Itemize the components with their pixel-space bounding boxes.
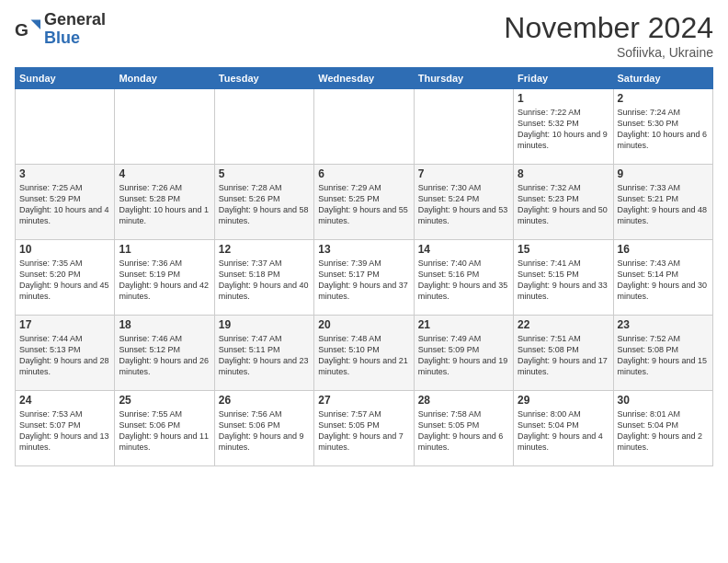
day-info: Sunrise: 7:26 AM Sunset: 5:28 PM Dayligh…	[119, 182, 210, 227]
table-row: 17Sunrise: 7:44 AM Sunset: 5:13 PM Dayli…	[16, 316, 115, 391]
day-info: Sunrise: 7:33 AM Sunset: 5:21 PM Dayligh…	[618, 182, 709, 227]
day-info: Sunrise: 7:49 AM Sunset: 5:09 PM Dayligh…	[418, 333, 509, 378]
day-number: 9	[618, 167, 709, 180]
table-row: 11Sunrise: 7:36 AM Sunset: 5:19 PM Dayli…	[115, 240, 214, 316]
day-number: 18	[119, 318, 210, 331]
day-info: Sunrise: 7:53 AM Sunset: 5:07 PM Dayligh…	[19, 408, 110, 454]
table-row: 7Sunrise: 7:30 AM Sunset: 5:24 PM Daylig…	[414, 165, 513, 240]
day-info: Sunrise: 7:58 AM Sunset: 5:05 PM Dayligh…	[418, 408, 509, 454]
day-info: Sunrise: 7:46 AM Sunset: 5:12 PM Dayligh…	[119, 333, 210, 378]
day-info: Sunrise: 8:00 AM Sunset: 5:04 PM Dayligh…	[518, 408, 609, 454]
col-saturday: Saturday	[613, 68, 712, 89]
table-row: 26Sunrise: 7:56 AM Sunset: 5:06 PM Dayli…	[214, 391, 313, 466]
day-info: Sunrise: 7:39 AM Sunset: 5:17 PM Dayligh…	[318, 258, 409, 303]
location: Sofiivka, Ukraine	[504, 45, 713, 60]
day-number: 13	[318, 243, 409, 256]
day-number: 10	[19, 243, 110, 256]
day-number: 2	[618, 92, 709, 105]
day-number: 19	[219, 318, 310, 331]
day-number: 20	[318, 318, 409, 331]
table-row: 6Sunrise: 7:29 AM Sunset: 5:25 PM Daylig…	[314, 165, 414, 240]
day-number: 12	[219, 243, 310, 256]
day-number: 29	[518, 394, 609, 407]
day-info: Sunrise: 7:51 AM Sunset: 5:08 PM Dayligh…	[518, 333, 609, 378]
table-row: 5Sunrise: 7:28 AM Sunset: 5:26 PM Daylig…	[214, 165, 313, 240]
day-info: Sunrise: 7:36 AM Sunset: 5:19 PM Dayligh…	[119, 258, 210, 303]
table-row: 13Sunrise: 7:39 AM Sunset: 5:17 PM Dayli…	[314, 240, 414, 316]
day-info: Sunrise: 7:48 AM Sunset: 5:10 PM Dayligh…	[318, 333, 409, 378]
day-number: 27	[318, 394, 409, 407]
col-wednesday: Wednesday	[314, 68, 414, 89]
day-number: 17	[19, 318, 110, 331]
page: G General Blue November 2024 Sofiivka, U…	[0, 0, 728, 563]
table-row: 19Sunrise: 7:47 AM Sunset: 5:11 PM Dayli…	[214, 316, 313, 391]
table-row	[115, 89, 214, 165]
day-info: Sunrise: 7:25 AM Sunset: 5:29 PM Dayligh…	[19, 182, 110, 227]
col-sunday: Sunday	[16, 68, 115, 89]
table-row: 16Sunrise: 7:43 AM Sunset: 5:14 PM Dayli…	[613, 240, 712, 316]
table-row: 24Sunrise: 7:53 AM Sunset: 5:07 PM Dayli…	[16, 391, 115, 466]
table-row: 27Sunrise: 7:57 AM Sunset: 5:05 PM Dayli…	[314, 391, 414, 466]
table-row: 3Sunrise: 7:25 AM Sunset: 5:29 PM Daylig…	[16, 165, 115, 240]
day-number: 1	[518, 92, 609, 105]
day-number: 4	[119, 167, 210, 180]
day-number: 28	[418, 394, 509, 407]
calendar-week-5: 24Sunrise: 7:53 AM Sunset: 5:07 PM Dayli…	[16, 391, 713, 466]
day-number: 26	[219, 394, 310, 407]
day-info: Sunrise: 7:55 AM Sunset: 5:06 PM Dayligh…	[119, 408, 210, 454]
svg-marker-1	[31, 19, 41, 29]
day-info: Sunrise: 7:32 AM Sunset: 5:23 PM Dayligh…	[518, 182, 609, 227]
table-row: 30Sunrise: 8:01 AM Sunset: 5:04 PM Dayli…	[613, 391, 712, 466]
day-number: 7	[418, 167, 509, 180]
table-row: 18Sunrise: 7:46 AM Sunset: 5:12 PM Dayli…	[115, 316, 214, 391]
day-info: Sunrise: 7:29 AM Sunset: 5:25 PM Dayligh…	[318, 182, 409, 227]
day-number: 22	[518, 318, 609, 331]
day-info: Sunrise: 8:01 AM Sunset: 5:04 PM Dayligh…	[618, 408, 709, 454]
table-row: 9Sunrise: 7:33 AM Sunset: 5:21 PM Daylig…	[613, 165, 712, 240]
day-info: Sunrise: 7:37 AM Sunset: 5:18 PM Dayligh…	[219, 258, 310, 303]
table-row: 10Sunrise: 7:35 AM Sunset: 5:20 PM Dayli…	[16, 240, 115, 316]
day-info: Sunrise: 7:52 AM Sunset: 5:08 PM Dayligh…	[618, 333, 709, 378]
day-info: Sunrise: 7:43 AM Sunset: 5:14 PM Dayligh…	[618, 258, 709, 303]
table-row: 14Sunrise: 7:40 AM Sunset: 5:16 PM Dayli…	[414, 240, 513, 316]
day-number: 25	[119, 394, 210, 407]
table-row: 20Sunrise: 7:48 AM Sunset: 5:10 PM Dayli…	[314, 316, 414, 391]
col-monday: Monday	[115, 68, 214, 89]
day-number: 30	[618, 394, 709, 407]
table-row: 2Sunrise: 7:24 AM Sunset: 5:30 PM Daylig…	[613, 89, 712, 165]
table-row: 4Sunrise: 7:26 AM Sunset: 5:28 PM Daylig…	[115, 165, 214, 240]
day-info: Sunrise: 7:35 AM Sunset: 5:20 PM Dayligh…	[19, 258, 110, 303]
col-tuesday: Tuesday	[214, 68, 313, 89]
table-row: 23Sunrise: 7:52 AM Sunset: 5:08 PM Dayli…	[613, 316, 712, 391]
day-info: Sunrise: 7:30 AM Sunset: 5:24 PM Dayligh…	[418, 182, 509, 227]
day-info: Sunrise: 7:28 AM Sunset: 5:26 PM Dayligh…	[219, 182, 310, 227]
day-number: 11	[119, 243, 210, 256]
col-friday: Friday	[514, 68, 613, 89]
day-info: Sunrise: 7:41 AM Sunset: 5:15 PM Dayligh…	[518, 258, 609, 303]
day-info: Sunrise: 7:47 AM Sunset: 5:11 PM Dayligh…	[219, 333, 310, 378]
day-number: 16	[618, 243, 709, 256]
header: G General Blue November 2024 Sofiivka, U…	[15, 11, 713, 60]
month-title: November 2024	[504, 11, 713, 45]
day-info: Sunrise: 7:24 AM Sunset: 5:30 PM Dayligh…	[618, 107, 709, 152]
day-info: Sunrise: 7:56 AM Sunset: 5:06 PM Dayligh…	[219, 408, 310, 454]
day-number: 14	[418, 243, 509, 256]
day-info: Sunrise: 7:22 AM Sunset: 5:32 PM Dayligh…	[518, 107, 609, 152]
calendar-week-4: 17Sunrise: 7:44 AM Sunset: 5:13 PM Dayli…	[16, 316, 713, 391]
table-row: 15Sunrise: 7:41 AM Sunset: 5:15 PM Dayli…	[514, 240, 613, 316]
table-row: 25Sunrise: 7:55 AM Sunset: 5:06 PM Dayli…	[115, 391, 214, 466]
table-row	[214, 89, 313, 165]
calendar-week-3: 10Sunrise: 7:35 AM Sunset: 5:20 PM Dayli…	[16, 240, 713, 316]
col-thursday: Thursday	[414, 68, 513, 89]
title-section: November 2024 Sofiivka, Ukraine	[504, 11, 713, 60]
day-number: 3	[19, 167, 110, 180]
calendar-table: Sunday Monday Tuesday Wednesday Thursday…	[15, 67, 713, 466]
day-number: 24	[19, 394, 110, 407]
calendar-week-1: 1Sunrise: 7:22 AM Sunset: 5:32 PM Daylig…	[16, 89, 713, 165]
table-row: 8Sunrise: 7:32 AM Sunset: 5:23 PM Daylig…	[514, 165, 613, 240]
day-number: 5	[219, 167, 310, 180]
calendar-header-row: Sunday Monday Tuesday Wednesday Thursday…	[16, 68, 713, 89]
svg-text:G: G	[15, 20, 28, 40]
logo-general-text: General	[44, 10, 106, 29]
table-row	[414, 89, 513, 165]
